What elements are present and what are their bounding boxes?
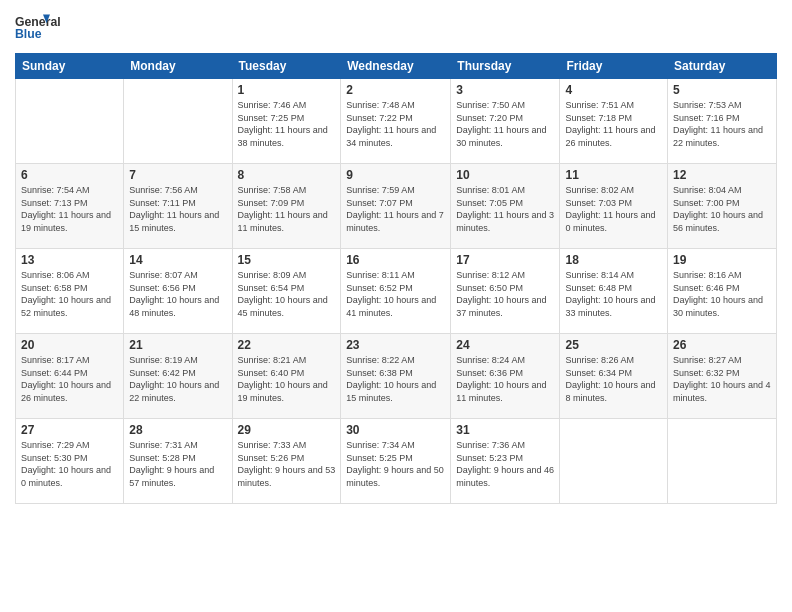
day-number: 23 — [346, 338, 445, 352]
calendar-cell: 20Sunrise: 8:17 AMSunset: 6:44 PMDayligh… — [16, 334, 124, 419]
calendar-cell: 27Sunrise: 7:29 AMSunset: 5:30 PMDayligh… — [16, 419, 124, 504]
calendar-cell: 1Sunrise: 7:46 AMSunset: 7:25 PMDaylight… — [232, 79, 341, 164]
day-number: 22 — [238, 338, 336, 352]
day-info: Sunrise: 8:16 AMSunset: 6:46 PMDaylight:… — [673, 269, 771, 319]
day-number: 17 — [456, 253, 554, 267]
calendar-cell: 6Sunrise: 7:54 AMSunset: 7:13 PMDaylight… — [16, 164, 124, 249]
day-number: 7 — [129, 168, 226, 182]
logo-icon: General Blue — [15, 10, 85, 45]
day-number: 6 — [21, 168, 118, 182]
calendar-cell: 3Sunrise: 7:50 AMSunset: 7:20 PMDaylight… — [451, 79, 560, 164]
day-info: Sunrise: 7:33 AMSunset: 5:26 PMDaylight:… — [238, 439, 336, 489]
day-info: Sunrise: 8:07 AMSunset: 6:56 PMDaylight:… — [129, 269, 226, 319]
day-number: 29 — [238, 423, 336, 437]
day-number: 9 — [346, 168, 445, 182]
day-number: 26 — [673, 338, 771, 352]
day-number: 27 — [21, 423, 118, 437]
day-number: 4 — [565, 83, 662, 97]
day-number: 3 — [456, 83, 554, 97]
svg-text:Blue: Blue — [15, 27, 42, 41]
day-number: 10 — [456, 168, 554, 182]
calendar-dow-friday: Friday — [560, 54, 668, 79]
day-info: Sunrise: 8:17 AMSunset: 6:44 PMDaylight:… — [21, 354, 118, 404]
day-number: 19 — [673, 253, 771, 267]
calendar-dow-tuesday: Tuesday — [232, 54, 341, 79]
day-info: Sunrise: 7:50 AMSunset: 7:20 PMDaylight:… — [456, 99, 554, 149]
calendar-cell — [668, 419, 777, 504]
day-number: 21 — [129, 338, 226, 352]
logo: General Blue — [15, 10, 89, 45]
calendar-dow-monday: Monday — [124, 54, 232, 79]
calendar-cell — [560, 419, 668, 504]
day-info: Sunrise: 7:48 AMSunset: 7:22 PMDaylight:… — [346, 99, 445, 149]
calendar-cell: 16Sunrise: 8:11 AMSunset: 6:52 PMDayligh… — [341, 249, 451, 334]
day-info: Sunrise: 7:54 AMSunset: 7:13 PMDaylight:… — [21, 184, 118, 234]
day-info: Sunrise: 8:14 AMSunset: 6:48 PMDaylight:… — [565, 269, 662, 319]
day-number: 13 — [21, 253, 118, 267]
day-info: Sunrise: 7:51 AMSunset: 7:18 PMDaylight:… — [565, 99, 662, 149]
calendar-cell: 14Sunrise: 8:07 AMSunset: 6:56 PMDayligh… — [124, 249, 232, 334]
calendar-dow-sunday: Sunday — [16, 54, 124, 79]
day-number: 28 — [129, 423, 226, 437]
calendar-cell — [124, 79, 232, 164]
day-number: 5 — [673, 83, 771, 97]
day-info: Sunrise: 8:26 AMSunset: 6:34 PMDaylight:… — [565, 354, 662, 404]
calendar-cell: 2Sunrise: 7:48 AMSunset: 7:22 PMDaylight… — [341, 79, 451, 164]
day-info: Sunrise: 8:01 AMSunset: 7:05 PMDaylight:… — [456, 184, 554, 234]
day-info: Sunrise: 7:31 AMSunset: 5:28 PMDaylight:… — [129, 439, 226, 489]
calendar-cell: 28Sunrise: 7:31 AMSunset: 5:28 PMDayligh… — [124, 419, 232, 504]
header: General Blue — [15, 10, 777, 45]
day-info: Sunrise: 7:56 AMSunset: 7:11 PMDaylight:… — [129, 184, 226, 234]
day-info: Sunrise: 8:12 AMSunset: 6:50 PMDaylight:… — [456, 269, 554, 319]
day-number: 20 — [21, 338, 118, 352]
calendar-week-row: 13Sunrise: 8:06 AMSunset: 6:58 PMDayligh… — [16, 249, 777, 334]
calendar-cell: 24Sunrise: 8:24 AMSunset: 6:36 PMDayligh… — [451, 334, 560, 419]
calendar-cell: 8Sunrise: 7:58 AMSunset: 7:09 PMDaylight… — [232, 164, 341, 249]
calendar-cell: 11Sunrise: 8:02 AMSunset: 7:03 PMDayligh… — [560, 164, 668, 249]
day-info: Sunrise: 7:59 AMSunset: 7:07 PMDaylight:… — [346, 184, 445, 234]
calendar-cell: 12Sunrise: 8:04 AMSunset: 7:00 PMDayligh… — [668, 164, 777, 249]
calendar-week-row: 27Sunrise: 7:29 AMSunset: 5:30 PMDayligh… — [16, 419, 777, 504]
day-info: Sunrise: 7:36 AMSunset: 5:23 PMDaylight:… — [456, 439, 554, 489]
day-number: 24 — [456, 338, 554, 352]
day-number: 1 — [238, 83, 336, 97]
calendar-cell: 9Sunrise: 7:59 AMSunset: 7:07 PMDaylight… — [341, 164, 451, 249]
day-info: Sunrise: 7:53 AMSunset: 7:16 PMDaylight:… — [673, 99, 771, 149]
day-info: Sunrise: 8:24 AMSunset: 6:36 PMDaylight:… — [456, 354, 554, 404]
day-number: 31 — [456, 423, 554, 437]
day-info: Sunrise: 8:21 AMSunset: 6:40 PMDaylight:… — [238, 354, 336, 404]
day-number: 14 — [129, 253, 226, 267]
day-info: Sunrise: 8:06 AMSunset: 6:58 PMDaylight:… — [21, 269, 118, 319]
page: General Blue SundayMondayTuesdayWednesda… — [0, 0, 792, 612]
calendar-dow-thursday: Thursday — [451, 54, 560, 79]
day-info: Sunrise: 8:11 AMSunset: 6:52 PMDaylight:… — [346, 269, 445, 319]
day-number: 16 — [346, 253, 445, 267]
calendar-week-row: 6Sunrise: 7:54 AMSunset: 7:13 PMDaylight… — [16, 164, 777, 249]
calendar-cell: 18Sunrise: 8:14 AMSunset: 6:48 PMDayligh… — [560, 249, 668, 334]
calendar-dow-wednesday: Wednesday — [341, 54, 451, 79]
day-info: Sunrise: 8:27 AMSunset: 6:32 PMDaylight:… — [673, 354, 771, 404]
day-info: Sunrise: 7:29 AMSunset: 5:30 PMDaylight:… — [21, 439, 118, 489]
calendar-cell: 22Sunrise: 8:21 AMSunset: 6:40 PMDayligh… — [232, 334, 341, 419]
calendar-cell: 10Sunrise: 8:01 AMSunset: 7:05 PMDayligh… — [451, 164, 560, 249]
day-info: Sunrise: 8:02 AMSunset: 7:03 PMDaylight:… — [565, 184, 662, 234]
calendar-cell: 21Sunrise: 8:19 AMSunset: 6:42 PMDayligh… — [124, 334, 232, 419]
day-number: 11 — [565, 168, 662, 182]
day-number: 8 — [238, 168, 336, 182]
calendar-week-row: 20Sunrise: 8:17 AMSunset: 6:44 PMDayligh… — [16, 334, 777, 419]
day-number: 25 — [565, 338, 662, 352]
calendar-cell: 30Sunrise: 7:34 AMSunset: 5:25 PMDayligh… — [341, 419, 451, 504]
calendar-cell — [16, 79, 124, 164]
day-number: 12 — [673, 168, 771, 182]
day-number: 2 — [346, 83, 445, 97]
calendar-cell: 13Sunrise: 8:06 AMSunset: 6:58 PMDayligh… — [16, 249, 124, 334]
day-number: 30 — [346, 423, 445, 437]
calendar-cell: 31Sunrise: 7:36 AMSunset: 5:23 PMDayligh… — [451, 419, 560, 504]
day-info: Sunrise: 8:04 AMSunset: 7:00 PMDaylight:… — [673, 184, 771, 234]
calendar-cell: 4Sunrise: 7:51 AMSunset: 7:18 PMDaylight… — [560, 79, 668, 164]
calendar-dow-saturday: Saturday — [668, 54, 777, 79]
calendar-cell: 26Sunrise: 8:27 AMSunset: 6:32 PMDayligh… — [668, 334, 777, 419]
calendar-cell: 19Sunrise: 8:16 AMSunset: 6:46 PMDayligh… — [668, 249, 777, 334]
calendar-cell: 15Sunrise: 8:09 AMSunset: 6:54 PMDayligh… — [232, 249, 341, 334]
day-info: Sunrise: 8:22 AMSunset: 6:38 PMDaylight:… — [346, 354, 445, 404]
